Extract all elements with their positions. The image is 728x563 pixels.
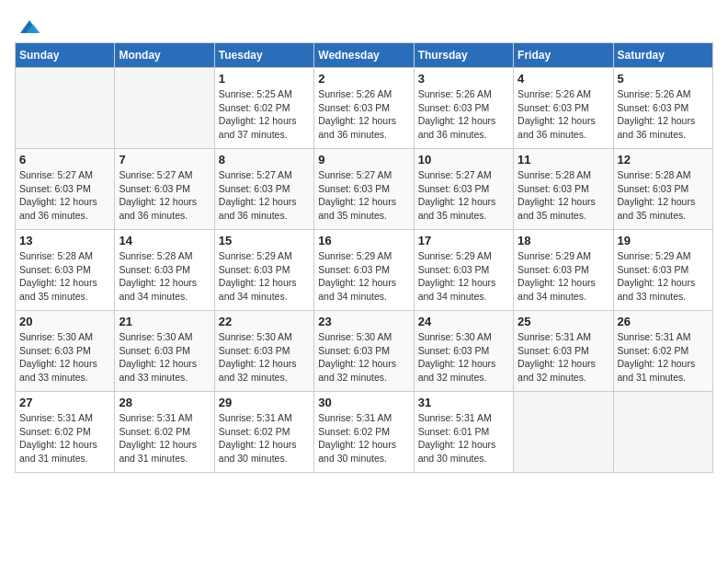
day-info: Sunrise: 5:30 AMSunset: 6:03 PMDaylight:… (219, 330, 310, 385)
day-number: 13 (19, 234, 110, 247)
calendar-day-cell: 17Sunrise: 5:29 AMSunset: 6:03 PMDayligh… (414, 230, 513, 311)
day-info: Sunrise: 5:28 AMSunset: 6:03 PMDaylight:… (518, 168, 609, 223)
day-number: 1 (219, 72, 310, 86)
calendar-day-cell: 22Sunrise: 5:30 AMSunset: 6:03 PMDayligh… (214, 311, 313, 392)
day-info: Sunrise: 5:25 AMSunset: 6:02 PMDaylight:… (219, 87, 310, 142)
calendar-day-cell: 29Sunrise: 5:31 AMSunset: 6:02 PMDayligh… (214, 392, 313, 473)
calendar-day-cell: 21Sunrise: 5:30 AMSunset: 6:03 PMDayligh… (115, 311, 214, 392)
day-number: 16 (318, 234, 409, 247)
day-number: 10 (418, 153, 509, 167)
day-info: Sunrise: 5:29 AMSunset: 6:03 PMDaylight:… (418, 249, 509, 304)
day-number: 23 (318, 315, 409, 328)
calendar-day-cell: 7Sunrise: 5:27 AMSunset: 6:03 PMDaylight… (115, 149, 214, 230)
weekday-header: Saturday (613, 43, 712, 68)
day-number: 17 (418, 234, 509, 247)
calendar-day-cell: 2Sunrise: 5:26 AMSunset: 6:03 PMDaylight… (314, 68, 414, 149)
calendar-day-cell: 26Sunrise: 5:31 AMSunset: 6:02 PMDayligh… (613, 311, 712, 392)
day-info: Sunrise: 5:31 AMSunset: 6:02 PMDaylight:… (119, 411, 210, 465)
day-info: Sunrise: 5:30 AMSunset: 6:03 PMDaylight:… (119, 330, 210, 385)
weekday-header: Friday (514, 43, 613, 68)
weekday-header: Wednesday (314, 43, 414, 68)
day-info: Sunrise: 5:27 AMSunset: 6:03 PMDaylight:… (418, 168, 509, 223)
day-number: 7 (119, 153, 210, 167)
day-number: 5 (618, 72, 709, 86)
logo (15, 15, 42, 35)
calendar-day-cell: 24Sunrise: 5:30 AMSunset: 6:03 PMDayligh… (414, 311, 513, 392)
day-number: 20 (19, 315, 110, 328)
day-info: Sunrise: 5:26 AMSunset: 6:03 PMDaylight:… (318, 87, 409, 142)
calendar-day-cell: 1Sunrise: 5:25 AMSunset: 6:02 PMDaylight… (214, 68, 313, 149)
day-info: Sunrise: 5:28 AMSunset: 6:03 PMDaylight:… (19, 249, 110, 304)
calendar-header-row: SundayMondayTuesdayWednesdayThursdayFrid… (16, 43, 713, 68)
day-number: 3 (418, 72, 509, 86)
weekday-header: Thursday (414, 43, 513, 68)
day-number: 15 (219, 234, 310, 247)
weekday-header: Tuesday (214, 43, 313, 68)
page-header (15, 15, 713, 35)
day-info: Sunrise: 5:31 AMSunset: 6:02 PMDaylight:… (219, 411, 310, 465)
calendar-day-cell: 27Sunrise: 5:31 AMSunset: 6:02 PMDayligh… (16, 392, 115, 473)
calendar-week-row: 6Sunrise: 5:27 AMSunset: 6:03 PMDaylight… (16, 149, 713, 230)
day-number: 2 (318, 72, 409, 86)
calendar-day-cell: 12Sunrise: 5:28 AMSunset: 6:03 PMDayligh… (613, 149, 712, 230)
calendar-day-cell: 9Sunrise: 5:27 AMSunset: 6:03 PMDaylight… (314, 149, 414, 230)
logo-icon (17, 15, 42, 40)
calendar-day-cell: 11Sunrise: 5:28 AMSunset: 6:03 PMDayligh… (514, 149, 613, 230)
day-info: Sunrise: 5:31 AMSunset: 6:02 PMDaylight:… (618, 330, 709, 385)
day-info: Sunrise: 5:29 AMSunset: 6:03 PMDaylight:… (219, 249, 310, 304)
day-number: 18 (518, 234, 609, 247)
day-number: 9 (318, 153, 409, 167)
calendar-day-cell (514, 392, 613, 473)
calendar-week-row: 20Sunrise: 5:30 AMSunset: 6:03 PMDayligh… (16, 311, 713, 392)
day-number: 19 (618, 234, 709, 247)
weekday-header: Sunday (16, 43, 115, 68)
day-info: Sunrise: 5:31 AMSunset: 6:02 PMDaylight:… (318, 411, 409, 465)
day-number: 14 (119, 234, 210, 247)
calendar-day-cell: 19Sunrise: 5:29 AMSunset: 6:03 PMDayligh… (613, 230, 712, 311)
calendar-day-cell: 8Sunrise: 5:27 AMSunset: 6:03 PMDaylight… (214, 149, 313, 230)
calendar-day-cell: 23Sunrise: 5:30 AMSunset: 6:03 PMDayligh… (314, 311, 414, 392)
day-info: Sunrise: 5:30 AMSunset: 6:03 PMDaylight:… (318, 330, 409, 385)
calendar-day-cell: 18Sunrise: 5:29 AMSunset: 6:03 PMDayligh… (514, 230, 613, 311)
day-info: Sunrise: 5:29 AMSunset: 6:03 PMDaylight:… (518, 249, 609, 304)
day-info: Sunrise: 5:26 AMSunset: 6:03 PMDaylight:… (518, 87, 609, 142)
day-number: 12 (618, 153, 709, 167)
day-number: 27 (19, 396, 110, 409)
day-info: Sunrise: 5:26 AMSunset: 6:03 PMDaylight:… (618, 87, 709, 142)
day-info: Sunrise: 5:27 AMSunset: 6:03 PMDaylight:… (219, 168, 310, 223)
calendar-week-row: 13Sunrise: 5:28 AMSunset: 6:03 PMDayligh… (16, 230, 713, 311)
day-info: Sunrise: 5:26 AMSunset: 6:03 PMDaylight:… (418, 87, 509, 142)
calendar-day-cell: 5Sunrise: 5:26 AMSunset: 6:03 PMDaylight… (613, 68, 712, 149)
calendar-day-cell: 6Sunrise: 5:27 AMSunset: 6:03 PMDaylight… (16, 149, 115, 230)
calendar-table: SundayMondayTuesdayWednesdayThursdayFrid… (15, 42, 713, 473)
calendar-day-cell: 13Sunrise: 5:28 AMSunset: 6:03 PMDayligh… (16, 230, 115, 311)
calendar-day-cell: 10Sunrise: 5:27 AMSunset: 6:03 PMDayligh… (414, 149, 513, 230)
day-number: 29 (219, 396, 310, 409)
weekday-header: Monday (115, 43, 214, 68)
calendar-day-cell (16, 68, 115, 149)
calendar-day-cell: 4Sunrise: 5:26 AMSunset: 6:03 PMDaylight… (514, 68, 613, 149)
calendar-day-cell (115, 68, 214, 149)
calendar-day-cell: 25Sunrise: 5:31 AMSunset: 6:03 PMDayligh… (514, 311, 613, 392)
day-info: Sunrise: 5:29 AMSunset: 6:03 PMDaylight:… (618, 249, 709, 304)
calendar-day-cell: 30Sunrise: 5:31 AMSunset: 6:02 PMDayligh… (314, 392, 414, 473)
calendar-day-cell: 28Sunrise: 5:31 AMSunset: 6:02 PMDayligh… (115, 392, 214, 473)
calendar-day-cell: 31Sunrise: 5:31 AMSunset: 6:01 PMDayligh… (414, 392, 513, 473)
calendar-day-cell: 15Sunrise: 5:29 AMSunset: 6:03 PMDayligh… (214, 230, 313, 311)
day-number: 6 (19, 153, 110, 167)
day-info: Sunrise: 5:29 AMSunset: 6:03 PMDaylight:… (318, 249, 409, 304)
day-number: 11 (518, 153, 609, 167)
calendar-day-cell (613, 392, 712, 473)
day-number: 28 (119, 396, 210, 409)
day-info: Sunrise: 5:31 AMSunset: 6:02 PMDaylight:… (19, 411, 110, 465)
calendar-week-row: 27Sunrise: 5:31 AMSunset: 6:02 PMDayligh… (16, 392, 713, 473)
day-number: 30 (318, 396, 409, 409)
calendar-day-cell: 14Sunrise: 5:28 AMSunset: 6:03 PMDayligh… (115, 230, 214, 311)
calendar-day-cell: 3Sunrise: 5:26 AMSunset: 6:03 PMDaylight… (414, 68, 513, 149)
day-number: 26 (618, 315, 709, 328)
day-number: 25 (518, 315, 609, 328)
day-info: Sunrise: 5:27 AMSunset: 6:03 PMDaylight:… (119, 168, 210, 223)
day-info: Sunrise: 5:28 AMSunset: 6:03 PMDaylight:… (618, 168, 709, 223)
day-number: 8 (219, 153, 310, 167)
day-info: Sunrise: 5:31 AMSunset: 6:01 PMDaylight:… (418, 411, 509, 465)
